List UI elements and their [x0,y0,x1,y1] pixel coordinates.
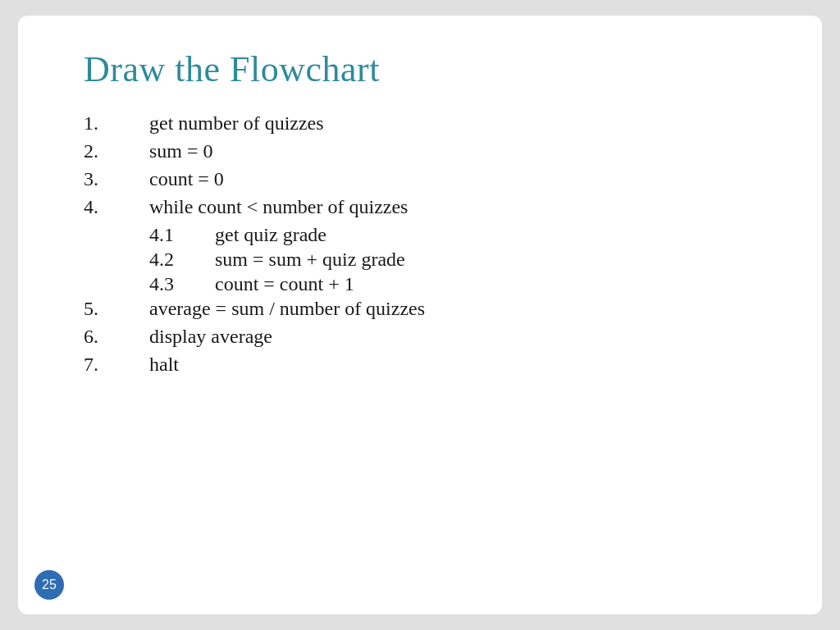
step-5-text: average = sum / number of quizzes [149,299,425,318]
step-1-text: get number of quizzes [149,113,324,133]
step-4-text: while count < number of quizzes [149,197,408,217]
step-4-2-text: sum = sum + quiz grade [215,249,405,269]
step-2-num: 2. [84,141,149,161]
step-1-num: 1. [84,113,149,133]
step-5-num: 5. [84,299,149,318]
step-7-num: 7. [84,354,149,374]
step-4-3-text: count = count + 1 [215,274,354,294]
step-4-1-text: get quiz grade [215,225,326,244]
step-4-3: 4.3 count = count + 1 [149,274,756,294]
step-4-num: 4. [84,197,149,217]
step-6: 6. display average [84,326,756,346]
step-4-2-num: 4.2 [149,249,215,269]
page-number-badge: 25 [34,570,64,600]
step-list: 1. get number of quizzes 2. sum = 0 3. c… [84,113,756,382]
step-7-text: halt [149,354,179,374]
step-6-text: display average [149,326,272,346]
step-2-text: sum = 0 [149,141,213,161]
step-3: 3. count = 0 [84,169,756,189]
slide: Draw the Flowchart 1. get number of quiz… [18,16,822,614]
content-area: 1. get number of quizzes 2. sum = 0 3. c… [84,113,756,565]
slide-title: Draw the Flowchart [84,48,756,90]
step-3-num: 3. [84,169,149,189]
sub-step-list: 4.1 get quiz grade 4.2 sum = sum + quiz … [149,225,756,294]
step-4-1-num: 4.1 [149,225,215,244]
step-4-3-num: 4.3 [149,274,215,294]
step-4-1: 4.1 get quiz grade [149,225,756,244]
step-7: 7. halt [84,354,756,374]
step-5: 5. average = sum / number of quizzes [84,299,756,318]
step-2: 2. sum = 0 [84,141,756,161]
step-3-text: count = 0 [149,169,224,189]
step-1: 1. get number of quizzes [84,113,756,133]
step-6-num: 6. [84,326,149,346]
step-4: 4. while count < number of quizzes [84,197,756,217]
step-4-2: 4.2 sum = sum + quiz grade [149,249,756,269]
